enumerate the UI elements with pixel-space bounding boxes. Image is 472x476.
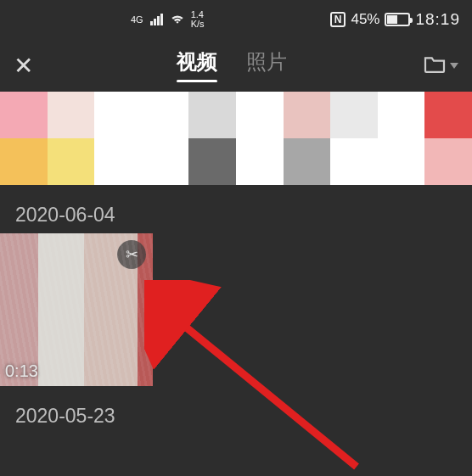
censored-banner — [0, 92, 472, 185]
folder-icon — [423, 54, 447, 76]
folder-picker-button[interactable] — [416, 54, 458, 76]
tab-photo[interactable]: 照片 — [246, 48, 287, 82]
clock: 18:19 — [415, 10, 460, 29]
signal-strength-icon — [150, 14, 164, 25]
video-duration: 0:13 — [5, 361, 38, 381]
top-nav-bar: ✕ 视频 照片 — [0, 39, 472, 92]
battery-icon — [385, 13, 410, 26]
status-bar: 4G 1.4K/s N 45% 18:19 — [0, 0, 472, 39]
network-type-label: 4G — [131, 15, 143, 25]
date-header-2: 2020-05-23 — [0, 386, 472, 434]
tab-video[interactable]: 视频 — [177, 48, 217, 82]
wifi-icon — [169, 11, 186, 29]
date-header-1: 2020-06-04 — [0, 185, 472, 233]
annotation-arrow — [144, 280, 365, 475]
tab-photo-label: 照片 — [246, 50, 287, 73]
battery-percentage: 45% — [351, 11, 379, 28]
nfc-icon: N — [330, 12, 346, 27]
network-speed: 1.4K/s — [191, 10, 205, 29]
scissors-icon: ✂ — [126, 245, 138, 264]
close-button[interactable]: ✕ — [14, 52, 48, 80]
close-icon: ✕ — [14, 53, 33, 79]
media-type-tabs: 视频 照片 — [48, 48, 416, 82]
video-thumbnail-1[interactable]: ✂ 0:13 — [0, 233, 153, 386]
chevron-down-icon — [450, 63, 458, 69]
tab-video-label: 视频 — [177, 50, 217, 73]
edit-badge[interactable]: ✂ — [117, 240, 146, 269]
